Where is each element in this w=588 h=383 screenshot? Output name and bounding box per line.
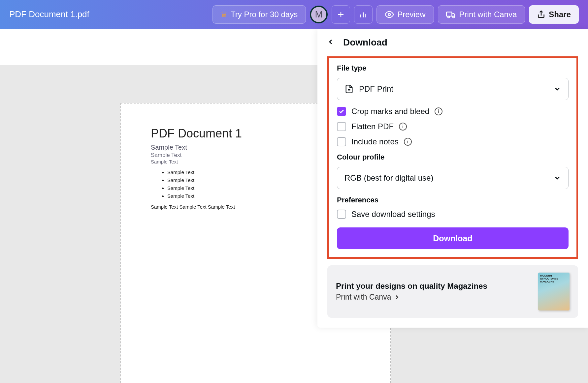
back-button[interactable]	[324, 35, 337, 50]
app-header: PDF Document 1.pdf ♛ Try Pro for 30 days…	[0, 0, 588, 29]
print-canva-button[interactable]: Print with Canva	[438, 5, 525, 24]
promo-link[interactable]: Print with Canva	[336, 293, 532, 302]
panel-title: Download	[343, 37, 387, 48]
download-panel: Download File type PDF Print Crop marks …	[317, 29, 588, 328]
save-settings-row: Save download settings	[337, 210, 569, 219]
promo-card[interactable]: Print your designs on quality Magazines …	[327, 265, 578, 318]
share-button[interactable]: Share	[529, 5, 579, 24]
file-type-select[interactable]: PDF Print	[337, 78, 569, 100]
colour-profile-label: Colour profile	[337, 153, 569, 162]
analytics-button[interactable]	[354, 5, 373, 24]
add-member-button[interactable]	[332, 5, 350, 24]
include-notes-row: Include notes i	[337, 137, 569, 146]
promo-title: Print your designs on quality Magazines	[336, 281, 532, 291]
info-icon[interactable]: i	[435, 107, 442, 115]
flatten-checkbox[interactable]	[337, 122, 346, 131]
include-notes-checkbox[interactable]	[337, 137, 346, 146]
crop-marks-checkbox[interactable]	[337, 107, 346, 116]
chevron-left-icon	[327, 38, 335, 46]
save-settings-checkbox[interactable]	[337, 210, 346, 219]
crop-marks-row: Crop marks and bleed i	[337, 107, 569, 116]
flatten-row: Flatten PDF i	[337, 122, 569, 131]
user-avatar[interactable]: M	[310, 6, 328, 23]
svg-point-7	[448, 16, 449, 18]
crop-marks-label: Crop marks and bleed	[351, 107, 429, 116]
chart-icon	[359, 10, 368, 19]
colour-profile-select[interactable]: RGB (best for digital use)	[337, 167, 569, 189]
try-pro-label: Try Pro for 30 days	[231, 10, 298, 19]
chevron-down-icon	[554, 174, 561, 182]
svg-point-8	[453, 16, 454, 18]
download-button[interactable]: Download	[337, 227, 569, 249]
panel-body-highlighted: File type PDF Print Crop marks and bleed…	[327, 56, 578, 259]
colour-profile-value: RGB (best for digital use)	[344, 173, 548, 183]
truck-icon	[446, 10, 456, 19]
preview-label: Preview	[397, 10, 425, 19]
check-icon	[339, 108, 344, 114]
svg-rect-6	[446, 12, 452, 16]
document-title[interactable]: PDF Document 1.pdf	[9, 9, 89, 19]
crown-icon: ♛	[221, 10, 227, 19]
try-pro-button[interactable]: ♛ Try Pro for 30 days	[212, 5, 306, 24]
promo-text: Print your designs on quality Magazines …	[336, 281, 532, 302]
info-icon[interactable]: i	[399, 123, 407, 131]
file-type-label: File type	[337, 64, 569, 73]
share-icon	[537, 10, 545, 19]
save-settings-label: Save download settings	[351, 210, 435, 219]
promo-thumbnail: MODERN STRUCTURES MAGAZINE	[538, 273, 570, 310]
promo-thumb-text: MODERN STRUCTURES MAGAZINE	[540, 275, 568, 283]
avatar-letter: M	[315, 9, 323, 20]
promo-link-label: Print with Canva	[336, 293, 391, 302]
info-icon[interactable]: i	[404, 138, 412, 146]
plus-icon	[337, 11, 345, 18]
include-notes-label: Include notes	[351, 137, 399, 146]
chevron-down-icon	[554, 85, 561, 93]
file-type-value: PDF Print	[359, 84, 548, 94]
file-icon	[344, 84, 354, 94]
svg-point-5	[388, 13, 391, 15]
chevron-right-icon	[394, 294, 400, 301]
preferences-label: Preferences	[337, 196, 569, 204]
eye-icon	[385, 10, 394, 19]
share-label: Share	[549, 10, 571, 19]
panel-header: Download	[317, 29, 588, 56]
preview-button[interactable]: Preview	[376, 5, 434, 24]
flatten-label: Flatten PDF	[351, 122, 394, 131]
print-canva-label: Print with Canva	[459, 10, 517, 19]
